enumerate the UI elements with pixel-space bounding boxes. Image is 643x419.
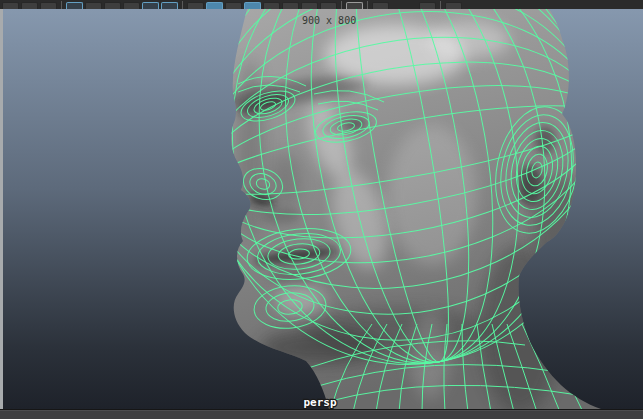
toolbar-button[interactable] xyxy=(104,2,121,9)
toolbar-button[interactable] xyxy=(142,2,159,9)
resolution-gate-label: 900 x 800 xyxy=(302,15,356,26)
toolbar-button[interactable] xyxy=(2,2,19,9)
toolbar-button[interactable] xyxy=(282,2,299,9)
toolbar-button[interactable] xyxy=(21,2,38,9)
toolbar-button[interactable] xyxy=(40,2,57,9)
toolbar-separator xyxy=(367,1,368,9)
toolbar-button[interactable] xyxy=(161,2,178,9)
maya-window: 900 x 800 persp xyxy=(0,0,643,419)
window-bottom-bar xyxy=(0,409,643,419)
camera-label: persp xyxy=(303,396,336,409)
panel-left-border xyxy=(0,9,3,409)
toolbar-separator xyxy=(182,1,183,9)
toolbar-button[interactable] xyxy=(445,2,462,9)
toolbar-separator xyxy=(341,1,342,9)
toolbar-button[interactable] xyxy=(419,2,436,9)
viewport-3d-canvas[interactable]: 900 x 800 persp xyxy=(0,9,643,409)
toolbar-button[interactable] xyxy=(206,2,223,9)
toolbar-button[interactable] xyxy=(123,2,140,9)
viewport-panel[interactable]: 900 x 800 persp xyxy=(0,9,643,409)
toolbar-button[interactable] xyxy=(320,2,337,9)
toolbar-spacer xyxy=(391,2,417,9)
viewport-toolbar xyxy=(0,0,643,9)
toolbar-button[interactable] xyxy=(244,2,261,9)
toolbar-button[interactable] xyxy=(85,2,102,9)
toolbar-button[interactable] xyxy=(372,2,389,9)
toolbar-button[interactable] xyxy=(301,2,318,9)
toolbar-button[interactable] xyxy=(346,2,363,9)
toolbar-separator xyxy=(61,1,62,9)
toolbar-button[interactable] xyxy=(225,2,242,9)
toolbar-button[interactable] xyxy=(66,2,83,9)
toolbar-button[interactable] xyxy=(187,2,204,9)
toolbar-separator xyxy=(440,1,441,9)
toolbar-button[interactable] xyxy=(263,2,280,9)
